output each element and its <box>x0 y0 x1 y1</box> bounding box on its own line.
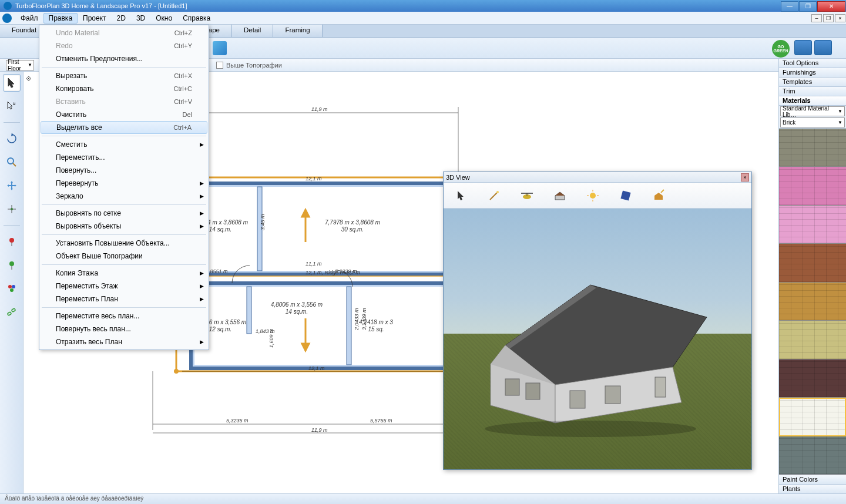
help-book-icon[interactable] <box>213 41 227 55</box>
material-library-combo[interactable]: Standard Material Lib…▼ <box>780 106 845 116</box>
tab-framing[interactable]: Framing <box>273 25 322 37</box>
mdi-minimize[interactable]: – <box>811 14 822 22</box>
maximize-button[interactable]: ❐ <box>799 1 817 12</box>
menu-item[interactable]: Переместить Этаж▶ <box>39 280 209 293</box>
svg-rect-28 <box>347 287 351 365</box>
3d-home-edit-tool[interactable] <box>650 187 667 204</box>
checkbox-label: Выше Топографии <box>226 62 282 69</box>
tab-detail[interactable]: Detail <box>232 25 273 37</box>
menu-2d[interactable]: 2D <box>112 13 131 23</box>
material-swatch[interactable] <box>779 321 846 359</box>
status-bar: Âûáîð âñåõ îáúåêòîâ â òåêóùåé äëÿ ðåäàêò… <box>0 493 846 504</box>
mdi-close[interactable]: × <box>835 14 845 22</box>
menu-item[interactable]: Копия Этажа▶ <box>39 267 209 280</box>
menu-item[interactable]: Установить Повышение Объекта... <box>39 237 209 250</box>
svg-rect-71 <box>605 386 620 404</box>
right-tab-templates[interactable]: Templates <box>779 78 846 87</box>
svg-point-1 <box>8 158 14 164</box>
right-tab-trim[interactable]: Trim <box>779 87 846 96</box>
svg-rect-66 <box>620 190 630 200</box>
above-topography-checkbox[interactable]: Выше Топографии <box>216 62 282 69</box>
menu-проект[interactable]: Проект <box>78 13 112 23</box>
svg-text:#: # <box>13 101 16 106</box>
menu-файл[interactable]: Файл <box>15 13 43 23</box>
svg-point-6 <box>9 238 14 243</box>
menu-item[interactable]: Повернуть... <box>39 164 209 177</box>
material-swatch[interactable] <box>779 359 846 398</box>
green-marker-tool[interactable] <box>3 256 21 274</box>
zoom-tool[interactable] <box>3 153 21 171</box>
menu-item[interactable]: Перевернуть▶ <box>39 177 209 190</box>
blueprint-button-2[interactable] <box>814 40 832 55</box>
blueprint-button-1[interactable] <box>794 40 812 55</box>
select-plus-tool[interactable]: # <box>3 98 21 115</box>
material-swatch[interactable] <box>779 206 846 244</box>
close-button[interactable]: ✕ <box>817 1 845 12</box>
3d-helicopter-tool[interactable] <box>519 187 535 204</box>
right-tab-plants[interactable]: Plants <box>779 484 846 493</box>
menu-справка[interactable]: Справка <box>177 13 216 23</box>
add-point-tool[interactable] <box>3 200 21 218</box>
red-marker-tool[interactable] <box>3 233 21 250</box>
menu-item[interactable]: Выделить всеCtrl+A <box>41 121 207 134</box>
right-tab-paint-colors[interactable]: Paint Colors <box>779 475 846 484</box>
svg-point-57 <box>496 191 499 193</box>
floor-selector[interactable]: First Floor ▼ <box>6 60 34 70</box>
material-swatch[interactable] <box>779 167 846 205</box>
menu-item[interactable]: Переместить План▶ <box>39 293 209 305</box>
svg-text:1,609 m: 1,609 m <box>268 328 274 348</box>
menu-bar: ФайлПравкаПроект2D3DОкноСправка – ❐ × <box>0 12 846 25</box>
mdi-restore[interactable]: ❐ <box>823 14 834 22</box>
menu-item[interactable]: Выровнять объекты▶ <box>39 220 209 233</box>
menu-item[interactable]: Отразить весь План▶ <box>39 335 209 348</box>
right-tab-tool-options[interactable]: Tool Options <box>779 59 846 68</box>
menu-item[interactable]: Выровнять по сетке▶ <box>39 207 209 220</box>
menu-окно[interactable]: Окно <box>150 13 177 23</box>
menu-item[interactable]: Сместить▶ <box>39 138 209 151</box>
go-green-button[interactable]: GO GREEN <box>772 40 790 58</box>
svg-point-10 <box>8 285 12 288</box>
menu-item[interactable]: Переместите весь план... <box>39 310 209 322</box>
chain-tool[interactable] <box>3 303 21 321</box>
3d-render-viewport[interactable] <box>444 209 751 469</box>
app-icon <box>4 2 12 10</box>
rgb-marker-tool[interactable] <box>3 280 21 297</box>
svg-rect-14 <box>11 308 15 312</box>
material-swatch[interactable] <box>779 283 846 321</box>
3d-sun-tool[interactable] <box>585 187 601 204</box>
3d-view-window[interactable]: 3D View × <box>443 172 752 470</box>
3d-select-tool[interactable] <box>453 187 469 204</box>
material-swatch[interactable] <box>779 129 846 167</box>
material-swatch[interactable] <box>779 436 846 475</box>
compass-icon: ⟐ <box>26 73 38 85</box>
minimize-button[interactable]: — <box>781 1 798 12</box>
3d-view-close-button[interactable]: × <box>741 173 749 182</box>
menu-item[interactable]: Зеркало▶ <box>39 190 209 203</box>
select-tool[interactable] <box>3 74 21 92</box>
menu-item: Undo MaterialCtrl+Z <box>39 26 209 39</box>
svg-point-61 <box>590 193 596 199</box>
3d-view-toolbar <box>444 183 751 209</box>
menu-item[interactable]: КопироватьCtrl+C <box>39 82 209 95</box>
menu-item[interactable]: ВырезатьCtrl+X <box>39 69 209 82</box>
edit-menu-dropdown[interactable]: Undo MaterialCtrl+ZRedoCtrl+YОтменить Пр… <box>39 25 209 350</box>
3d-house-view-tool[interactable] <box>552 187 568 204</box>
3d-wand-tool[interactable] <box>486 187 502 204</box>
pan-tool[interactable] <box>3 177 21 194</box>
right-tab-furnishings[interactable]: Furnishings <box>779 68 846 78</box>
material-swatch[interactable] <box>779 398 846 436</box>
menu-item[interactable]: ОчиститьDel <box>39 108 209 121</box>
menu-item[interactable]: Переместить... <box>39 151 209 164</box>
menu-item[interactable]: Отменить Предпочтения... <box>39 52 209 65</box>
3d-view-titlebar[interactable]: 3D View × <box>444 172 751 183</box>
rotate-tool[interactable] <box>3 130 21 147</box>
material-category-combo[interactable]: Brick▼ <box>780 117 845 127</box>
svg-rect-72 <box>655 377 666 397</box>
menu-правка[interactable]: Правка <box>43 13 78 23</box>
material-swatch[interactable] <box>779 244 846 282</box>
menu-item[interactable]: Повернуть весь план... <box>39 322 209 335</box>
menu-3d[interactable]: 3D <box>131 13 150 23</box>
menu-item[interactable]: Объект Выше Топографии <box>39 250 209 263</box>
3d-panel-tool[interactable] <box>617 187 634 204</box>
svg-text:5,3235 m: 5,3235 m <box>226 418 249 424</box>
